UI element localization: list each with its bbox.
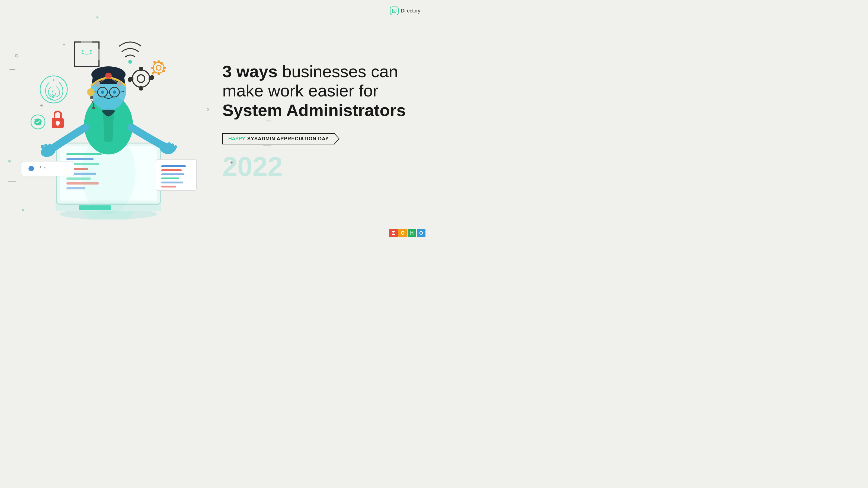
zoho-o: O [398, 229, 407, 237]
svg-rect-84 [161, 182, 183, 184]
main-illustration: * * [13, 11, 204, 233]
svg-rect-83 [161, 177, 179, 180]
sysadmin-day-text: SYSADMIN APPRECIATION DAY [247, 136, 329, 142]
svg-point-47 [95, 81, 100, 87]
directory-badge: Directory [390, 6, 420, 15]
zoho-o2: O [417, 229, 426, 237]
deco-plus-3: + [230, 160, 233, 165]
zoho-h: H [408, 229, 416, 237]
svg-point-75 [35, 119, 41, 125]
svg-point-51 [132, 70, 150, 87]
svg-point-26 [113, 91, 116, 94]
svg-rect-73 [57, 123, 59, 126]
svg-point-42 [82, 50, 84, 52]
zoho-logo: Z O H O [389, 229, 426, 237]
svg-point-43 [90, 50, 92, 52]
directory-label: Directory [401, 8, 420, 14]
deco-dash-2 [266, 121, 271, 121]
year-display: 2022 [222, 151, 417, 182]
svg-point-77 [28, 166, 34, 171]
svg-point-44 [128, 60, 132, 64]
svg-point-48 [117, 81, 122, 87]
svg-point-62 [156, 65, 161, 70]
svg-rect-66 [151, 67, 154, 69]
sysadmin-banner: HAPPY SYSADMIN APPRECIATION DAY [222, 133, 335, 144]
svg-point-28 [87, 88, 95, 96]
svg-text:* *: * * [39, 165, 46, 172]
svg-rect-82 [161, 173, 184, 175]
zoho-z: Z [389, 229, 398, 237]
heading-bold-1: 3 ways [222, 62, 277, 81]
svg-point-52 [137, 75, 145, 83]
illustration-area: * * [0, 0, 217, 244]
svg-rect-85 [161, 186, 176, 188]
svg-rect-81 [161, 169, 182, 171]
svg-rect-54 [140, 86, 143, 91]
svg-rect-65 [163, 67, 166, 69]
deco-dash-3 [263, 145, 271, 146]
svg-point-29 [90, 96, 93, 99]
svg-rect-63 [158, 60, 160, 63]
svg-rect-64 [158, 72, 160, 75]
svg-rect-53 [140, 67, 143, 71]
main-heading: 3 ways businesses canmake work easier fo… [222, 62, 417, 120]
svg-point-61 [153, 62, 164, 73]
svg-point-30 [92, 106, 95, 109]
svg-rect-14 [66, 187, 85, 189]
text-area: 3 ways businesses canmake work easier fo… [217, 51, 434, 193]
heading-bold-2: System Administrators [222, 101, 406, 120]
svg-rect-69 [162, 69, 166, 73]
sysadmin-appreciation-label: HAPPY SYSADMIN APPRECIATION DAY [222, 133, 417, 144]
directory-icon [390, 6, 399, 15]
main-layout: * * 3 ways businesses canmake work easie… [0, 0, 434, 244]
svg-point-25 [101, 91, 104, 94]
happy-text: HAPPY [228, 136, 245, 142]
svg-rect-80 [161, 165, 186, 167]
